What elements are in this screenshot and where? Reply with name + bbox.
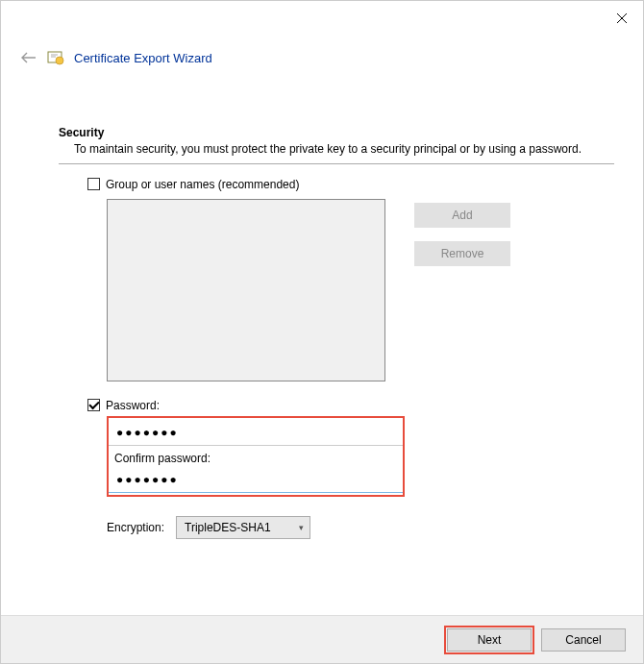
- wizard-header: Certificate Export Wizard: [20, 49, 212, 66]
- back-button[interactable]: [20, 49, 37, 66]
- divider: [59, 163, 614, 164]
- principals-listbox: [107, 199, 385, 381]
- footer: Next Cancel: [1, 615, 643, 663]
- certificate-icon: [47, 49, 64, 66]
- close-icon: [616, 12, 628, 24]
- password-label: Password:: [106, 399, 160, 412]
- cancel-button[interactable]: Cancel: [541, 628, 626, 652]
- svg-point-1: [56, 57, 63, 64]
- password-checkbox[interactable]: [87, 399, 100, 411]
- encryption-value: TripleDES-SHA1: [185, 521, 271, 534]
- section-description: To maintain security, you must protect t…: [74, 141, 614, 158]
- add-button: Add: [414, 203, 510, 228]
- confirm-password-input[interactable]: [109, 467, 403, 493]
- back-arrow-icon: [21, 52, 37, 63]
- next-button[interactable]: Next: [447, 628, 532, 652]
- remove-button: Remove: [414, 241, 510, 266]
- group-names-label: Group or user names (recommended): [106, 178, 299, 191]
- section-title: Security: [59, 126, 614, 139]
- close-button[interactable]: [612, 9, 632, 28]
- password-input[interactable]: [109, 420, 403, 446]
- confirm-password-label: Confirm password:: [109, 448, 403, 465]
- group-names-checkbox[interactable]: [87, 178, 100, 190]
- wizard-title: Certificate Export Wizard: [74, 51, 212, 65]
- password-highlight: Confirm password:: [107, 416, 405, 497]
- chevron-down-icon: ▾: [299, 523, 304, 532]
- encryption-dropdown[interactable]: TripleDES-SHA1 ▾: [176, 516, 310, 539]
- encryption-label: Encryption:: [107, 521, 164, 534]
